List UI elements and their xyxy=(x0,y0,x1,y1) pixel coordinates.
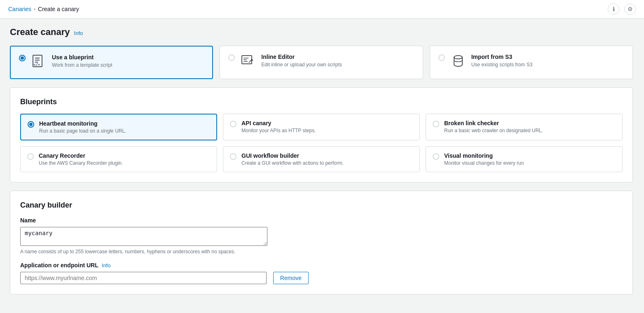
blueprint-recorder-desc: Use the AWS Canary Recorder plugin. xyxy=(39,160,123,166)
blueprint-radio-broken-link xyxy=(433,121,439,127)
info-icon-btn[interactable]: ℹ xyxy=(608,3,619,15)
source-card-blueprint-content: Use a blueprint Work from a template scr… xyxy=(52,54,112,68)
info-icon: ℹ xyxy=(613,6,615,12)
topbar-icons: ℹ ⚙ xyxy=(608,3,636,15)
s3-bucket-icon xyxy=(451,54,466,70)
blueprint-gui-desc: Create a GUI workflow with actions to pe… xyxy=(241,160,344,166)
blueprint-card-visual[interactable]: Visual monitoring Monitor visual changes… xyxy=(426,146,623,172)
url-row: Remove xyxy=(20,272,309,284)
source-radio-inline xyxy=(228,54,235,61)
blueprint-card-heartbeat[interactable]: Heartbeat monitoring Run a basic page lo… xyxy=(20,114,217,140)
source-radio-blueprint xyxy=(19,55,26,61)
blueprint-api-title: API canary xyxy=(241,120,316,126)
blueprint-icon: </> xyxy=(31,54,46,71)
blueprint-api-desc: Monitor your APIs as HTTP steps. xyxy=(241,128,316,133)
blueprint-radio-api xyxy=(230,121,237,127)
blueprint-text-visual: Visual monitoring Monitor visual changes… xyxy=(444,152,524,166)
blueprint-card-gui[interactable]: GUI workflow builder Create a GUI workfl… xyxy=(223,146,420,172)
blueprints-title: Blueprints xyxy=(20,98,623,106)
breadcrumb-separator: › xyxy=(34,6,35,12)
blueprint-radio-heartbeat xyxy=(28,121,34,128)
blueprint-visual-desc: Monitor visual changes for every run xyxy=(444,160,524,166)
blueprint-broken-link-title: Broken link checker xyxy=(444,120,543,126)
blueprint-text-broken-link: Broken link checker Run a basic web craw… xyxy=(444,120,543,133)
inline-editor-icon xyxy=(241,54,255,70)
svg-point-9 xyxy=(454,56,462,59)
blueprint-heartbeat-title: Heartbeat monitoring xyxy=(39,120,126,127)
blueprint-text-heartbeat: Heartbeat monitoring Run a basic page lo… xyxy=(39,120,126,134)
source-card-inline-title: Inline Editor xyxy=(261,54,342,60)
url-label: Application or endpoint URL xyxy=(20,262,98,269)
topbar: Canaries › Create a canary ℹ ⚙ xyxy=(0,0,644,19)
url-info-link[interactable]: Info xyxy=(102,262,111,269)
source-card-blueprint[interactable]: </> Use a blueprint Work from a template… xyxy=(10,46,213,79)
blueprint-radio-gui xyxy=(230,153,237,160)
main-content: Create canary Info </> Use a blueprint W… xyxy=(0,19,643,303)
url-input[interactable] xyxy=(20,272,267,284)
source-cards: </> Use a blueprint Work from a template… xyxy=(10,46,633,79)
blueprint-card-broken-link[interactable]: Broken link checker Run a basic web craw… xyxy=(426,114,623,140)
blueprint-gui-title: GUI workflow builder xyxy=(241,152,344,159)
source-card-s3-desc: Use existing scripts from S3 xyxy=(471,62,533,68)
blueprint-recorder-title: Canary Recorder xyxy=(39,152,123,159)
source-radio-s3 xyxy=(438,54,445,61)
source-card-s3-title: Import from S3 xyxy=(471,54,533,60)
page-info-link[interactable]: Info xyxy=(74,30,83,36)
breadcrumb: Canaries › Create a canary xyxy=(8,6,79,12)
name-label: Name xyxy=(20,217,623,224)
blueprint-text-recorder: Canary Recorder Use the AWS Canary Recor… xyxy=(39,152,123,166)
settings-icon-btn[interactable]: ⚙ xyxy=(624,3,636,15)
blueprint-text-gui: GUI workflow builder Create a GUI workfl… xyxy=(241,152,344,166)
blueprint-card-recorder[interactable]: Canary Recorder Use the AWS Canary Recor… xyxy=(20,146,217,172)
name-hint: A name consists of up to 255 lowercase l… xyxy=(20,249,623,255)
blueprint-text-api: API canary Monitor your APIs as HTTP ste… xyxy=(241,120,316,133)
source-card-s3-content: Import from S3 Use existing scripts from… xyxy=(471,54,533,68)
source-card-blueprint-desc: Work from a template script xyxy=(52,62,112,68)
source-card-inline-desc: Edit inline or upload your own scripts xyxy=(261,62,342,68)
breadcrumb-current: Create a canary xyxy=(38,6,79,12)
blueprint-heartbeat-desc: Run a basic page load on a single URL. xyxy=(39,128,126,134)
settings-icon: ⚙ xyxy=(628,6,633,12)
url-label-row: Application or endpoint URL Info xyxy=(20,262,623,269)
blueprint-broken-link-desc: Run a basic web crawler on designated UR… xyxy=(444,128,543,133)
source-card-s3[interactable]: Import from S3 Use existing scripts from… xyxy=(430,46,633,79)
source-card-inline-content: Inline Editor Edit inline or upload your… xyxy=(261,54,342,68)
page-title: Create canary xyxy=(10,27,70,37)
svg-text:</>: </> xyxy=(33,63,40,67)
page-header: Create canary Info xyxy=(10,27,633,37)
remove-button[interactable]: Remove xyxy=(273,272,309,284)
breadcrumb-canaries-link[interactable]: Canaries xyxy=(8,6,31,12)
name-input[interactable]: mycanary xyxy=(20,227,267,246)
blueprint-card-api[interactable]: API canary Monitor your APIs as HTTP ste… xyxy=(223,114,420,140)
canary-builder-panel: Canary builder Name mycanary A name cons… xyxy=(10,191,633,294)
builder-title: Canary builder xyxy=(20,201,623,210)
source-card-inline[interactable]: Inline Editor Edit inline or upload your… xyxy=(220,46,423,79)
blueprint-radio-recorder xyxy=(27,153,34,160)
source-card-blueprint-title: Use a blueprint xyxy=(52,54,112,61)
blueprint-visual-title: Visual monitoring xyxy=(444,152,524,159)
blueprint-grid: Heartbeat monitoring Run a basic page lo… xyxy=(20,114,623,172)
blueprint-radio-visual xyxy=(433,153,439,160)
blueprints-panel: Blueprints Heartbeat monitoring Run a ba… xyxy=(10,87,633,182)
